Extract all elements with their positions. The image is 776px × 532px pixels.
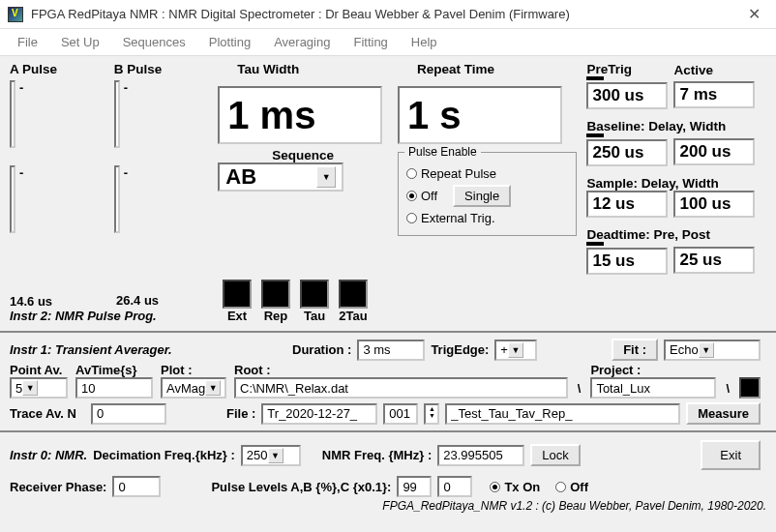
baseline-label: Baseline: Delay, Width <box>586 119 766 133</box>
panel-instr0: Instr 0: NMR. Decimation Freq.{kHz} : 25… <box>0 434 776 518</box>
fit-select[interactable]: Echo▼ <box>664 340 761 361</box>
app-icon <box>8 7 23 22</box>
bpulse-readout: 26.4 us <box>116 293 213 323</box>
fit-label-box: Fit : <box>612 339 658 361</box>
avtime-label: AvTime{s} <box>75 363 155 377</box>
bpulse-slider-bot[interactable] <box>114 165 120 233</box>
project-color-box[interactable] <box>739 377 761 399</box>
project-label: Project : <box>590 363 716 377</box>
apulse-label: A Pulse <box>10 62 104 76</box>
instr2-label: Instr 2: NMR Pulse Prog. <box>10 309 106 323</box>
plot-label: Plot : <box>161 363 228 377</box>
deadtime-pre[interactable]: 15 us <box>586 248 668 275</box>
switch-rep[interactable] <box>261 280 290 309</box>
menubar: File Set Up Sequences Plotting Averaging… <box>0 29 776 56</box>
chevron-down-icon[interactable]: ▼ <box>22 380 38 396</box>
opt-tx-off[interactable]: Off <box>555 480 588 494</box>
window-title: FPGA RedPitaya NMR : NMR Digital Spectro… <box>31 7 740 21</box>
root-input[interactable]: C:\NMR\_Relax.dat <box>234 377 568 399</box>
panel-instr2: A Pulse - - B Pulse - - Tau Width <box>0 56 776 329</box>
opt-tx-on[interactable]: Tx On <box>490 480 540 494</box>
duration-input[interactable]: 3 ms <box>357 340 425 361</box>
apulse-readout: 14.6 us <box>10 294 106 309</box>
bpulse-label: B Pulse <box>114 62 209 76</box>
baseline-width[interactable]: 200 us <box>673 138 755 165</box>
sequence-select[interactable]: AB ▼ <box>218 163 343 192</box>
switch-ext[interactable] <box>223 280 252 309</box>
apulse-slider-bot[interactable] <box>10 165 15 233</box>
instr0-label: Instr 0: NMR. <box>10 448 87 462</box>
menu-file[interactable]: File <box>8 33 47 51</box>
active-value[interactable]: 7 ms <box>673 81 755 108</box>
file-num-stepper[interactable]: ▲▼ <box>424 403 439 425</box>
pointav-label: Point Av. <box>10 363 70 377</box>
duration-label: Duration : <box>292 342 351 357</box>
menu-averaging[interactable]: Averaging <box>264 33 340 51</box>
bpulse-slider-top[interactable] <box>114 80 120 148</box>
exit-button[interactable]: Exit <box>701 440 761 470</box>
menu-sequences[interactable]: Sequences <box>113 33 195 51</box>
levels-label: Pulse Levels A,B {%},C {x0.1}: <box>211 480 391 494</box>
traceav-input[interactable]: 0 <box>91 403 166 425</box>
opt-off[interactable]: Off Single <box>406 185 569 207</box>
decim-label: Decimation Freq.{kHz} : <box>93 448 235 462</box>
nmrfreq-input[interactable]: 23.995505 <box>437 445 524 466</box>
root-label: Root : <box>234 363 568 377</box>
file-label: File : <box>226 406 255 421</box>
switch-2tau[interactable] <box>339 280 368 309</box>
chevron-down-icon[interactable]: ▼ <box>316 166 336 188</box>
menu-setup[interactable]: Set Up <box>51 33 109 51</box>
menu-fitting[interactable]: Fitting <box>343 33 397 51</box>
seq-label: Sequence <box>218 148 388 163</box>
traceav-label: Trace Av. N <box>10 406 85 421</box>
repeat-value[interactable]: 1 s <box>398 86 562 144</box>
nmrfreq-label: NMR Freq. {MHz} : <box>322 448 432 462</box>
tau-value[interactable]: 1 ms <box>218 86 382 144</box>
pulse-enable-label: Pulse Enable <box>404 145 481 159</box>
repeat-label: Repeat Time <box>417 62 578 76</box>
active-label: Active <box>673 63 761 77</box>
file-suffix-input[interactable]: _Test_Tau_Tav_Rep_ <box>445 403 680 425</box>
lock-button[interactable]: Lock <box>530 444 580 466</box>
deadtime-label: Deadtime: Pre, Post <box>586 227 766 242</box>
sequence-value: AB <box>225 164 256 190</box>
baseline-delay[interactable]: 250 us <box>586 139 668 166</box>
project-input[interactable]: Total_Lux <box>590 377 716 399</box>
pretrig-label: PreTrig <box>586 62 673 76</box>
trigedge-label: TrigEdge: <box>431 342 489 357</box>
opt-repeat-pulse[interactable]: Repeat Pulse <box>406 166 569 181</box>
menu-help[interactable]: Help <box>402 33 447 51</box>
tau-label: Tau Width <box>237 62 388 76</box>
menu-plotting[interactable]: Plotting <box>199 33 260 51</box>
decim-select[interactable]: 250▼ <box>241 445 301 466</box>
pulse-enable-group: Pulse Enable Repeat Pulse Off Single Ext… <box>398 152 578 236</box>
rxphase-input[interactable]: 0 <box>112 476 161 497</box>
titlebar: FPGA RedPitaya NMR : NMR Digital Spectro… <box>0 0 776 29</box>
avtime-input[interactable]: 10 <box>75 377 153 399</box>
opt-external-trig[interactable]: External Trig. <box>406 211 569 225</box>
trigedge-select[interactable]: +▼ <box>494 340 537 361</box>
plot-select[interactable]: AvMag▼ <box>161 377 226 399</box>
sample-label: Sample: Delay, Width <box>586 176 766 191</box>
single-button[interactable]: Single <box>453 185 511 207</box>
footer-text: FPGA_RedPitaya_NMR v1.2 : (c) Beau Webbe… <box>10 499 766 513</box>
measure-button[interactable]: Measure <box>686 402 761 425</box>
chevron-down-icon[interactable]: ▼ <box>205 380 221 396</box>
panel-instr1: Instr 1: Transient Averager. Duration : … <box>0 335 776 429</box>
pointav-select[interactable]: 5▼ <box>10 377 68 399</box>
file-prefix-input[interactable]: Tr_2020-12-27_ <box>261 403 377 425</box>
apulse-slider-top[interactable] <box>10 80 15 148</box>
level-b-input[interactable]: 0 <box>437 476 472 497</box>
pretrig-value[interactable]: 300 us <box>586 82 668 109</box>
sample-delay[interactable]: 12 us <box>586 191 668 218</box>
chevron-down-icon[interactable]: ▼ <box>699 342 714 358</box>
file-num-input[interactable]: 001 <box>383 403 418 425</box>
sample-width[interactable]: 100 us <box>673 191 755 218</box>
deadtime-post[interactable]: 25 us <box>673 247 755 274</box>
rxphase-label: Receiver Phase: <box>10 480 106 494</box>
switch-tau[interactable] <box>300 280 329 309</box>
chevron-down-icon[interactable]: ▼ <box>268 448 284 463</box>
chevron-down-icon[interactable]: ▼ <box>508 342 523 358</box>
close-icon[interactable]: ✕ <box>740 5 768 23</box>
level-a-input[interactable]: 99 <box>397 476 432 497</box>
